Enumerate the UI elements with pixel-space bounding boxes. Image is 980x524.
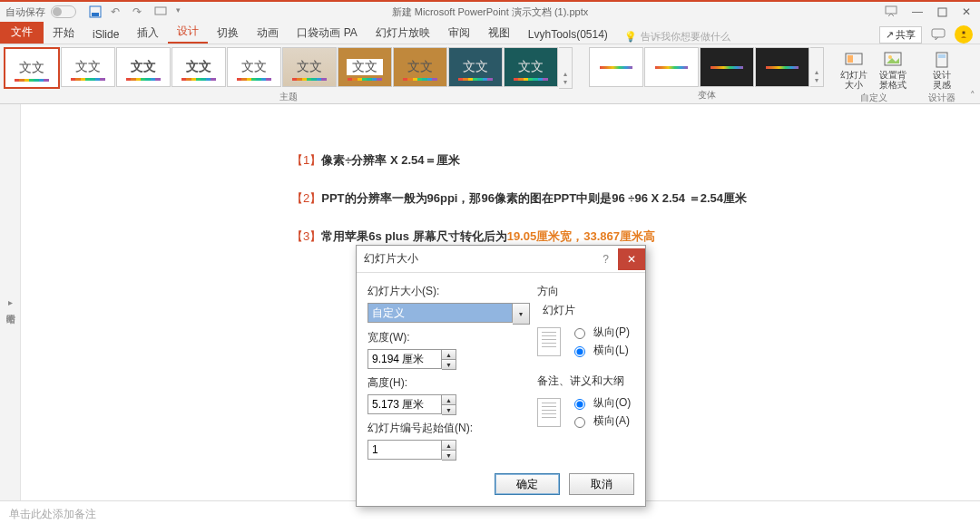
start-number-spinner[interactable]: ▲▼ <box>368 440 530 461</box>
svg-rect-3 <box>886 6 897 14</box>
dialog-title: 幻灯片大小 <box>364 251 418 267</box>
theme-thumb[interactable]: 文文 <box>4 47 60 89</box>
comments-icon[interactable] <box>931 27 946 42</box>
width-spinner[interactable]: ▲▼ <box>368 349 530 370</box>
theme-thumb[interactable]: 文文 <box>227 47 281 87</box>
share-button[interactable]: ↗共享 <box>879 26 922 44</box>
theme-thumb[interactable]: 文文 <box>338 47 392 87</box>
save-icon[interactable] <box>89 5 102 18</box>
slides-landscape-radio[interactable] <box>574 346 585 357</box>
close-icon[interactable]: ✕ <box>962 5 971 18</box>
notes-landscape-radio[interactable] <box>574 417 585 428</box>
maximize-icon[interactable] <box>937 7 947 17</box>
redo-icon[interactable]: ↷ <box>132 5 145 18</box>
work-area: ▸缩略图 【1】像素÷分辨率 X 2.54＝厘米 【2】PPT的分辨率一般为96… <box>0 104 980 500</box>
spin-up-icon[interactable]: ▲ <box>442 395 456 405</box>
height-input[interactable] <box>368 394 442 414</box>
dialog-titlebar[interactable]: 幻灯片大小 ? ✕ <box>357 246 645 273</box>
variants-group-label: 变体 <box>698 89 716 102</box>
user-avatar[interactable] <box>955 25 973 44</box>
customize-group-label: 自定义 <box>860 92 887 104</box>
variant-gallery[interactable]: ▴▾ <box>587 44 826 87</box>
tab-home[interactable]: 开始 <box>44 23 83 44</box>
size-combo[interactable]: ▾ <box>368 303 530 325</box>
svg-rect-5 <box>932 29 945 37</box>
ribbon-tabs: 文件 开始 iSlide 插入 设计 切换 动画 口袋动画 PA 幻灯片放映 审… <box>0 22 980 44</box>
bulb-icon: 💡 <box>624 31 637 43</box>
size-combo-value[interactable] <box>368 303 513 323</box>
qat-more-icon[interactable]: ▾ <box>176 5 189 18</box>
undo-icon[interactable]: ↶ <box>111 5 123 18</box>
height-label: 高度(H): <box>368 375 530 391</box>
format-background-button[interactable]: 设置背 景格式 <box>874 47 912 90</box>
title-bar: 自动保存 ↶ ↷ ▾ 新建 Microsoft PowerPoint 演示文档 … <box>0 0 980 22</box>
notes-portrait-radio[interactable] <box>574 399 585 410</box>
chevron-down-icon[interactable]: ▾ <box>513 303 530 325</box>
format-bg-icon <box>883 50 903 70</box>
tab-lvyhtools[interactable]: LvyhTools(0514) <box>519 25 617 44</box>
tab-islide[interactable]: iSlide <box>83 25 128 44</box>
slide-size-button[interactable]: 幻灯片 大小 <box>835 47 873 90</box>
autosave-toggle[interactable] <box>51 5 76 18</box>
tab-transitions[interactable]: 切换 <box>208 23 248 44</box>
share-icon: ↗ <box>886 29 894 41</box>
tab-view[interactable]: 视图 <box>479 23 519 44</box>
spin-down-icon[interactable]: ▼ <box>442 451 456 460</box>
tab-animations[interactable]: 动画 <box>248 23 288 44</box>
tab-insert[interactable]: 插入 <box>128 23 168 44</box>
tab-pocket-anim[interactable]: 口袋动画 PA <box>288 23 366 44</box>
variant-thumb[interactable] <box>755 47 809 87</box>
variant-thumb[interactable] <box>644 47 699 87</box>
start-number-input[interactable] <box>368 440 442 460</box>
slides-orientation-group: 幻灯片 纵向(P) 横向(L) <box>537 303 634 366</box>
dialog-close-icon[interactable]: ✕ <box>618 248 645 270</box>
dialog-help-icon[interactable]: ? <box>593 253 618 266</box>
spin-down-icon[interactable]: ▼ <box>442 360 456 369</box>
svg-rect-1 <box>92 13 99 16</box>
theme-thumb[interactable]: 文文 <box>448 47 503 87</box>
thumbnails-collapse[interactable]: ▸缩略图 <box>0 104 21 500</box>
svg-point-11 <box>888 55 892 59</box>
orientation-preview-icon <box>537 327 561 356</box>
spin-down-icon[interactable]: ▼ <box>442 405 456 414</box>
ok-button[interactable]: 确定 <box>495 473 560 495</box>
tab-review[interactable]: 审阅 <box>439 23 479 44</box>
file-tab[interactable]: 文件 <box>0 21 44 44</box>
theme-thumb[interactable]: 文文 <box>504 47 558 87</box>
theme-gallery[interactable]: 文文 文文 文文 文文 文文 文文 文文 文文 文文 文文 ▴▾ <box>2 44 574 89</box>
orientation-preview-icon <box>537 398 561 427</box>
themes-group-label: 主题 <box>279 91 298 103</box>
slides-portrait-radio[interactable] <box>574 328 585 339</box>
orientation-header: 方向 <box>537 284 634 299</box>
theme-thumb[interactable]: 文文 <box>116 47 171 87</box>
theme-thumb[interactable]: 文文 <box>393 47 447 87</box>
slide-size-icon <box>844 50 864 70</box>
spin-up-icon[interactable]: ▲ <box>442 350 456 360</box>
theme-thumb[interactable]: 文文 <box>282 47 337 87</box>
variant-thumb[interactable] <box>589 47 643 87</box>
spin-up-icon[interactable]: ▲ <box>442 441 456 451</box>
svg-rect-4 <box>938 8 946 16</box>
design-ideas-button[interactable]: 设计 灵感 <box>923 47 961 90</box>
width-input[interactable] <box>368 349 442 369</box>
slide-canvas[interactable]: 【1】像素÷分辨率 X 2.54＝厘米 【2】PPT的分辨率一般为96ppi，那… <box>21 104 980 500</box>
collapse-ribbon-icon[interactable]: ˄ <box>965 88 980 103</box>
variant-thumb[interactable] <box>700 47 754 87</box>
ribbon-options-icon[interactable] <box>885 5 897 18</box>
minimize-icon[interactable]: — <box>912 5 923 18</box>
notes-orientation-group: 备注、讲义和大纲 纵向(O) 横向(A) <box>537 374 634 432</box>
cancel-button[interactable]: 取消 <box>569 473 634 495</box>
tab-design[interactable]: 设计 <box>168 21 208 44</box>
ribbon-design: 文文 文文 文文 文文 文文 文文 文文 文文 文文 文文 ▴▾ 主题 ▴▾ 变… <box>0 44 980 104</box>
theme-thumb[interactable]: 文文 <box>61 47 115 87</box>
height-spinner[interactable]: ▲▼ <box>368 394 530 415</box>
width-label: 宽度(W): <box>368 330 530 345</box>
autosave-label: 自动保存 <box>5 5 45 19</box>
theme-gallery-more-icon[interactable]: ▴▾ <box>559 47 573 89</box>
tab-slideshow[interactable]: 幻灯片放映 <box>367 23 439 44</box>
start-slideshow-icon[interactable] <box>154 5 167 18</box>
theme-thumb[interactable]: 文文 <box>172 47 226 87</box>
variant-gallery-more-icon[interactable]: ▴▾ <box>810 47 824 87</box>
tell-me-search[interactable]: 💡告诉我你想要做什么 <box>624 30 730 44</box>
designer-group-label: 设计器 <box>928 92 956 104</box>
